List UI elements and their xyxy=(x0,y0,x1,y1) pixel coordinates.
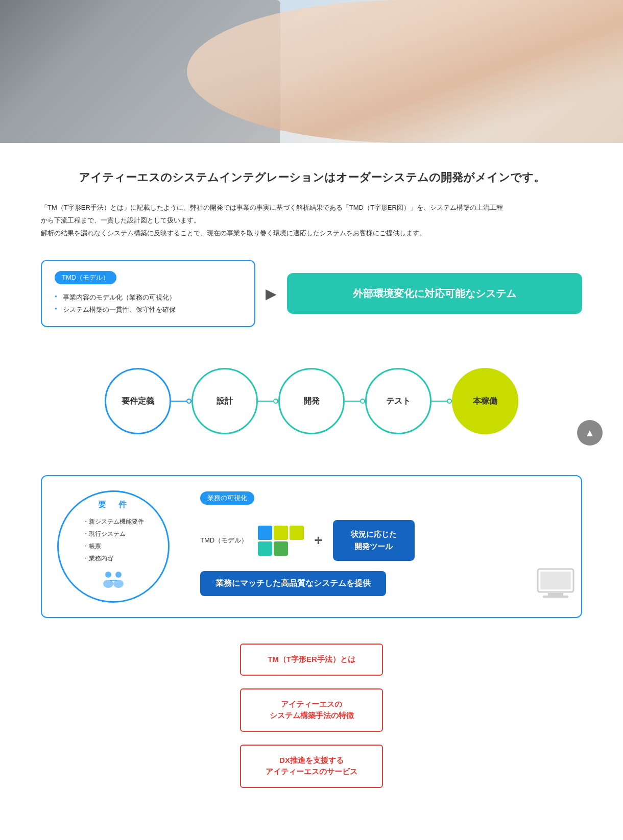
tmd-label-small: TMD（モデル） xyxy=(200,536,248,545)
connector-2 xyxy=(258,399,278,404)
page-title: アイティーエスのシステムインテグレーションはオーダーシステムの開発がメインです。 xyxy=(41,168,582,186)
req-item-1: 新システム機能要件 xyxy=(83,515,144,528)
tmd-list: 事業内容のモデル化（業務の可視化） システム構築の一貫性、保守性を確保 xyxy=(55,291,242,316)
connector-line-2 xyxy=(258,401,273,402)
scroll-top-button[interactable]: ▲ xyxy=(577,420,603,446)
gyomu-badge: 業務の可視化 xyxy=(200,491,254,505)
link-buttons: TM（T字形ER手法）とは アイティーエスのシステム構築手法の特徴 DX推進を支… xyxy=(41,644,582,788)
block-3 xyxy=(290,526,304,540)
provide-box: 業務にマッチした高品質なシステムを提供 xyxy=(200,571,386,596)
link-btn-3[interactable]: DX推進を支援するアイティーエスのサービス xyxy=(240,745,383,788)
connector-line-3 xyxy=(345,401,360,402)
description-text: 「TM（T字形ER手法）とは」に記載したように、弊社の開発では事業の事実に基づく… xyxy=(41,202,582,239)
req-circle-container: 要 件 新システム機能要件 現行システム 帳票 業務内容 xyxy=(42,476,185,617)
meeting-icon xyxy=(101,570,126,594)
requirements-diagram: 要 件 新システム機能要件 現行システム 帳票 業務内容 xyxy=(41,475,582,618)
result-box: 外部環境変化に対応可能なシステム xyxy=(287,273,582,314)
process-flow: 要件定義 設計 開発 xyxy=(41,353,582,450)
tmd-item-2: システム構築の一貫性、保守性を確保 xyxy=(55,304,242,316)
connector-line-1 xyxy=(171,401,186,402)
tmd-item-1: 事業内容のモデル化（業務の可視化） xyxy=(55,291,242,304)
connector-3 xyxy=(345,399,365,404)
req-title: 要 件 xyxy=(98,500,129,510)
process-item-5: 本稼働 xyxy=(452,368,518,434)
svg-point-0 xyxy=(105,572,111,578)
req-item-4: 業務内容 xyxy=(83,552,144,564)
block-5 xyxy=(274,541,288,556)
hands-bg xyxy=(187,0,623,143)
process-circle-2: 設計 xyxy=(191,368,258,434)
connector-dot-4 xyxy=(447,399,452,404)
svg-point-1 xyxy=(115,572,122,578)
process-item-4: テスト xyxy=(365,368,432,434)
req-list: 新システム機能要件 現行システム 帳票 業務内容 xyxy=(83,515,144,564)
svg-rect-6 xyxy=(540,572,571,589)
hero-image xyxy=(0,0,623,143)
connector-dot-3 xyxy=(360,399,365,404)
process-item-2: 設計 xyxy=(191,368,258,434)
svg-rect-8 xyxy=(543,596,568,598)
connector-4 xyxy=(432,399,452,404)
svg-point-3 xyxy=(113,580,124,588)
svg-rect-7 xyxy=(548,593,563,596)
computer-icon xyxy=(535,566,576,607)
process-item-3: 開発 xyxy=(278,368,345,434)
tools-box: 状況に応じた開発ツール xyxy=(333,520,415,561)
tmd-blocks-visual xyxy=(258,526,304,556)
block-2 xyxy=(274,526,288,540)
arrow-right-icon: ▶ xyxy=(266,285,277,302)
req-circle: 要 件 新システム機能要件 現行システム 帳票 業務内容 xyxy=(57,490,170,603)
plus-icon: + xyxy=(314,532,322,549)
tmd-section: TMD（モデル） 事業内容のモデル化（業務の可視化） システム構築の一貫性、保守… xyxy=(41,260,582,327)
main-content: アイティーエスのシステムインテグレーションはオーダーシステムの開発がメインです。… xyxy=(0,143,623,819)
req-content: 業務の可視化 TMD（モデル） + 状況に応じた開発ツール 業務にマッチした高 xyxy=(185,476,581,617)
link-btn-1[interactable]: TM（T字形ER手法）とは xyxy=(240,644,383,676)
process-circle-5: 本稼働 xyxy=(452,368,518,434)
tmd-tools-row: TMD（モデル） + 状況に応じた開発ツール xyxy=(200,520,566,561)
process-circle-3: 開発 xyxy=(278,368,345,434)
process-circle-1: 要件定義 xyxy=(105,368,171,434)
tmd-box: TMD（モデル） 事業内容のモデル化（業務の可視化） システム構築の一貫性、保守… xyxy=(41,260,255,327)
req-item-2: 現行システム xyxy=(83,528,144,540)
link-btn-2[interactable]: アイティーエスのシステム構築手法の特徴 xyxy=(240,688,383,732)
process-item-1: 要件定義 xyxy=(105,368,171,434)
connector-1 xyxy=(171,399,191,404)
req-item-3: 帳票 xyxy=(83,540,144,552)
tmd-label: TMD（モデル） xyxy=(55,271,116,284)
block-1 xyxy=(258,526,272,540)
svg-point-2 xyxy=(103,580,113,588)
block-4 xyxy=(258,541,272,556)
connector-dot-2 xyxy=(273,399,278,404)
process-circle-4: テスト xyxy=(365,368,432,434)
connector-line-4 xyxy=(432,401,447,402)
svg-rect-4 xyxy=(110,580,117,581)
connector-dot-1 xyxy=(186,399,191,404)
